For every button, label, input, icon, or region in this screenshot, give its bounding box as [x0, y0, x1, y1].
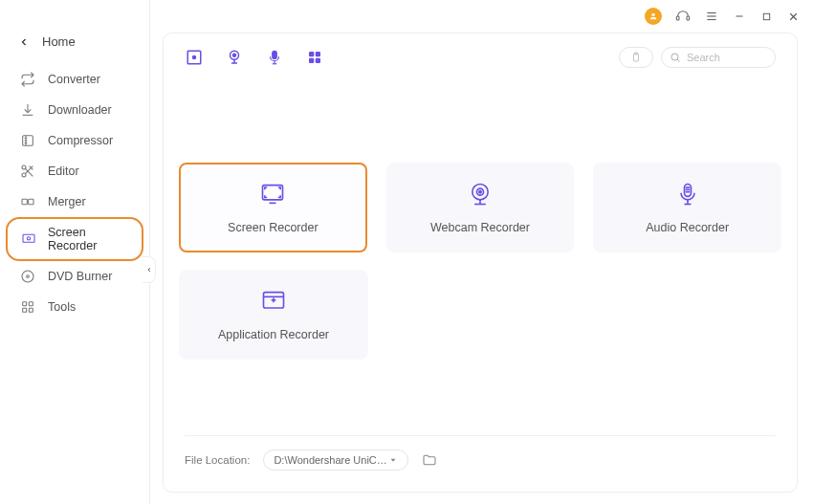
sidebar-item-label: DVD Burner [48, 270, 112, 283]
support-icon[interactable] [675, 9, 691, 24]
sidebar-item-label: Tools [48, 300, 76, 314]
svg-rect-7 [763, 13, 769, 19]
svg-line-45 [677, 59, 680, 62]
svg-rect-41 [316, 58, 320, 63]
cards-area: Screen Recorder Webcam Recorder Audio Re… [179, 163, 781, 377]
svg-rect-29 [29, 308, 33, 312]
svg-point-24 [22, 271, 33, 282]
sidebar-item-downloader[interactable]: Downloader [6, 95, 143, 125]
mode-apps-icon[interactable] [305, 48, 324, 67]
svg-rect-21 [29, 199, 33, 204]
svg-point-33 [233, 54, 236, 56]
user-avatar[interactable] [645, 8, 662, 25]
mode-icons [185, 48, 324, 67]
svg-rect-39 [316, 52, 320, 56]
sidebar-item-label: Converter [48, 73, 100, 86]
screen-recorder-icon [21, 230, 36, 248]
minimize-button[interactable] [733, 10, 746, 23]
home-label: Home [42, 34, 76, 49]
editor-icon [19, 163, 36, 180]
card-label: Audio Recorder [646, 221, 729, 234]
maximize-button[interactable] [759, 10, 773, 23]
toolbar [185, 47, 776, 68]
search-box[interactable] [661, 47, 776, 68]
svg-point-0 [651, 13, 654, 16]
chevron-down-icon [388, 455, 398, 465]
search-icon [670, 52, 681, 63]
svg-point-23 [27, 237, 30, 240]
svg-rect-1 [676, 16, 679, 20]
card-label: Application Recorder [218, 328, 329, 341]
svg-rect-40 [309, 58, 314, 63]
webcam-recorder-card-icon [467, 181, 494, 208]
toolbar-right [619, 47, 776, 68]
svg-point-31 [193, 56, 196, 59]
sidebar-item-label: Merger [48, 195, 86, 208]
open-folder-button[interactable] [422, 452, 437, 468]
svg-rect-26 [23, 302, 27, 306]
close-button[interactable] [786, 10, 800, 23]
card-webcam-recorder[interactable]: Webcam Recorder [386, 163, 575, 252]
svg-rect-22 [23, 234, 34, 242]
application-recorder-card-icon [260, 288, 287, 315]
svg-rect-27 [29, 302, 33, 306]
converter-icon [19, 71, 36, 88]
svg-rect-2 [687, 16, 690, 20]
clipboard-button[interactable] [619, 47, 653, 68]
sidebar-item-dvd-burner[interactable]: DVD Burner [6, 261, 143, 292]
mode-screen-icon[interactable] [185, 48, 204, 67]
sidebar-item-converter[interactable]: Converter [6, 64, 143, 95]
svg-marker-62 [391, 459, 396, 462]
tools-icon [19, 298, 36, 316]
titlebar [645, 0, 813, 27]
svg-point-16 [22, 173, 26, 177]
footer: File Location: D:\Wondershare UniConvert… [185, 435, 776, 471]
sidebar-item-label: Compressor [48, 134, 113, 147]
back-icon[interactable] [17, 35, 31, 49]
svg-rect-38 [309, 52, 314, 56]
card-label: Screen Recorder [228, 221, 319, 234]
dvd-burner-icon [19, 268, 36, 285]
sidebar-item-label: Downloader [48, 103, 112, 117]
file-location-label: File Location: [185, 454, 250, 466]
svg-point-44 [671, 54, 678, 60]
card-audio-recorder[interactable]: Audio Recorder [593, 163, 781, 252]
sidebar-item-editor[interactable]: Editor [6, 156, 143, 186]
svg-point-50 [479, 191, 481, 193]
card-screen-recorder[interactable]: Screen Recorder [179, 163, 367, 252]
sidebar-item-compressor[interactable]: Compressor [6, 125, 143, 156]
merger-icon [19, 193, 36, 210]
screen-recorder-card-icon [259, 181, 286, 208]
svg-point-15 [22, 165, 26, 169]
compressor-icon [19, 132, 36, 149]
search-input[interactable] [687, 52, 767, 63]
sidebar-item-label: Editor [48, 164, 79, 178]
svg-rect-10 [23, 136, 33, 146]
sidebar-item-merger[interactable]: Merger [6, 186, 143, 217]
mode-webcam-icon[interactable] [225, 48, 244, 67]
sidebar: Home Converter Downloader Compressor Edi… [0, 0, 150, 504]
file-location-select[interactable]: D:\Wondershare UniConverter 1 [263, 449, 408, 471]
svg-rect-28 [23, 308, 27, 312]
svg-rect-20 [22, 199, 27, 204]
sidebar-item-screen-recorder[interactable]: Screen Recorder [6, 217, 143, 261]
mode-audio-icon[interactable] [265, 48, 284, 67]
file-location-path: D:\Wondershare UniConverter 1 [274, 454, 388, 466]
sidebar-item-tools[interactable]: Tools [6, 292, 143, 322]
sidebar-item-label: Screen Recorder [48, 226, 128, 252]
svg-rect-35 [273, 51, 277, 58]
menu-icon[interactable] [704, 9, 719, 24]
card-label: Webcam Recorder [430, 221, 530, 234]
home-header: Home [0, 27, 149, 64]
svg-point-25 [27, 275, 30, 278]
sidebar-collapse-button[interactable] [143, 256, 156, 283]
main-panel: Screen Recorder Webcam Recorder Audio Re… [163, 33, 798, 493]
downloader-icon [19, 101, 36, 119]
card-application-recorder[interactable]: Application Recorder [179, 270, 368, 360]
audio-recorder-card-icon [674, 181, 701, 208]
